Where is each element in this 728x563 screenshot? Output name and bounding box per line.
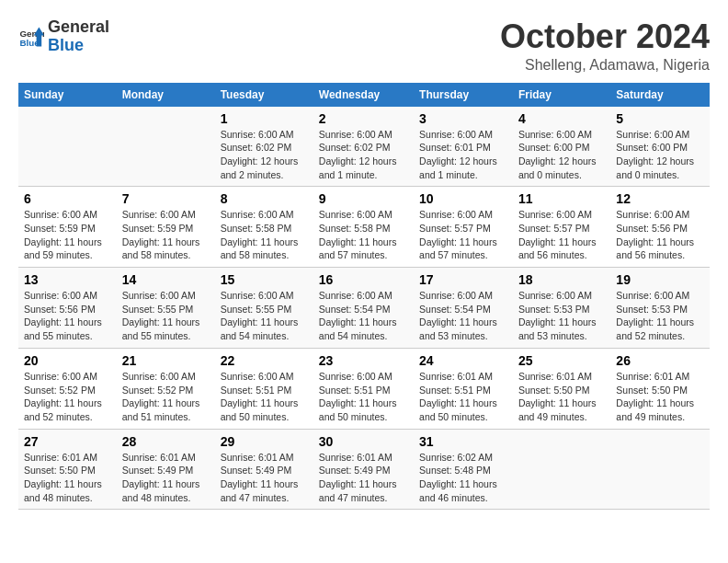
- calendar-cell: 21Sunrise: 6:00 AMSunset: 5:52 PMDayligh…: [117, 348, 215, 429]
- day-number: 21: [122, 353, 210, 368]
- calendar-cell: 8Sunrise: 6:00 AMSunset: 5:58 PMDaylight…: [215, 187, 313, 268]
- day-number: 12: [616, 191, 704, 206]
- logo-icon: General Blue: [18, 24, 44, 50]
- calendar-cell: 22Sunrise: 6:00 AMSunset: 5:51 PMDayligh…: [215, 348, 313, 429]
- calendar-cell: 7Sunrise: 6:00 AMSunset: 5:59 PMDaylight…: [117, 187, 215, 268]
- day-info: Sunrise: 6:00 AMSunset: 5:58 PMDaylight:…: [319, 208, 408, 262]
- calendar-cell: [117, 107, 215, 187]
- day-info: Sunrise: 6:00 AMSunset: 5:51 PMDaylight:…: [319, 370, 408, 424]
- col-header-monday: Monday: [117, 83, 215, 107]
- day-number: 4: [518, 111, 605, 126]
- day-info: Sunrise: 6:00 AMSunset: 5:59 PMDaylight:…: [24, 208, 111, 262]
- day-info: Sunrise: 6:00 AMSunset: 5:56 PMDaylight:…: [616, 208, 704, 262]
- day-info: Sunrise: 6:01 AMSunset: 5:51 PMDaylight:…: [419, 370, 507, 424]
- day-number: 13: [24, 272, 111, 287]
- calendar-cell: 9Sunrise: 6:00 AMSunset: 5:58 PMDaylight…: [313, 187, 414, 268]
- day-number: 24: [419, 353, 507, 368]
- calendar-cell: [513, 429, 610, 510]
- calendar-cell: 31Sunrise: 6:02 AMSunset: 5:48 PMDayligh…: [414, 429, 513, 510]
- day-info: Sunrise: 6:00 AMSunset: 5:55 PMDaylight:…: [122, 289, 210, 343]
- calendar-cell: [610, 429, 710, 510]
- logo-line2: Blue: [48, 36, 84, 54]
- calendar-cell: 19Sunrise: 6:00 AMSunset: 5:53 PMDayligh…: [610, 268, 710, 349]
- day-number: 10: [419, 191, 507, 206]
- calendar-cell: 30Sunrise: 6:01 AMSunset: 5:49 PMDayligh…: [313, 429, 414, 510]
- calendar-cell: 3Sunrise: 6:00 AMSunset: 6:01 PMDaylight…: [414, 107, 513, 187]
- calendar-cell: 11Sunrise: 6:00 AMSunset: 5:57 PMDayligh…: [513, 187, 610, 268]
- day-info: Sunrise: 6:00 AMSunset: 6:01 PMDaylight:…: [419, 128, 507, 182]
- col-header-wednesday: Wednesday: [313, 83, 414, 107]
- day-number: 18: [518, 272, 605, 287]
- day-info: Sunrise: 6:00 AMSunset: 6:02 PMDaylight:…: [221, 128, 308, 182]
- day-info: Sunrise: 6:01 AMSunset: 5:50 PMDaylight:…: [518, 370, 605, 424]
- day-number: 27: [24, 434, 111, 449]
- col-header-friday: Friday: [513, 83, 610, 107]
- day-info: Sunrise: 6:00 AMSunset: 5:56 PMDaylight:…: [24, 289, 111, 343]
- main-title: October 2024: [500, 18, 710, 55]
- col-header-saturday: Saturday: [610, 83, 710, 107]
- logo-line1: General: [48, 17, 109, 36]
- calendar-cell: 2Sunrise: 6:00 AMSunset: 6:02 PMDaylight…: [313, 107, 414, 187]
- calendar-cell: 10Sunrise: 6:00 AMSunset: 5:57 PMDayligh…: [414, 187, 513, 268]
- week-row-4: 20Sunrise: 6:00 AMSunset: 5:52 PMDayligh…: [18, 348, 710, 429]
- day-number: 20: [24, 353, 111, 368]
- calendar-cell: 17Sunrise: 6:00 AMSunset: 5:54 PMDayligh…: [414, 268, 513, 349]
- day-number: 28: [122, 434, 210, 449]
- day-info: Sunrise: 6:00 AMSunset: 5:59 PMDaylight:…: [122, 208, 210, 262]
- day-info: Sunrise: 6:00 AMSunset: 6:02 PMDaylight:…: [319, 128, 408, 182]
- calendar-cell: 18Sunrise: 6:00 AMSunset: 5:53 PMDayligh…: [513, 268, 610, 349]
- week-row-3: 13Sunrise: 6:00 AMSunset: 5:56 PMDayligh…: [18, 268, 710, 349]
- day-info: Sunrise: 6:00 AMSunset: 5:52 PMDaylight:…: [122, 370, 210, 424]
- calendar-cell: 15Sunrise: 6:00 AMSunset: 5:55 PMDayligh…: [215, 268, 313, 349]
- calendar-cell: 4Sunrise: 6:00 AMSunset: 6:00 PMDaylight…: [513, 107, 610, 187]
- calendar-cell: 26Sunrise: 6:01 AMSunset: 5:50 PMDayligh…: [610, 348, 710, 429]
- calendar-cell: 6Sunrise: 6:00 AMSunset: 5:59 PMDaylight…: [18, 187, 117, 268]
- day-number: 11: [518, 191, 605, 206]
- day-info: Sunrise: 6:00 AMSunset: 5:53 PMDaylight:…: [616, 289, 704, 343]
- header-row: SundayMondayTuesdayWednesdayThursdayFrid…: [18, 83, 710, 107]
- day-info: Sunrise: 6:00 AMSunset: 5:54 PMDaylight:…: [419, 289, 507, 343]
- day-info: Sunrise: 6:01 AMSunset: 5:49 PMDaylight:…: [319, 451, 408, 505]
- calendar-cell: 14Sunrise: 6:00 AMSunset: 5:55 PMDayligh…: [117, 268, 215, 349]
- day-number: 7: [122, 191, 210, 206]
- day-number: 23: [319, 353, 408, 368]
- day-info: Sunrise: 6:00 AMSunset: 5:52 PMDaylight:…: [24, 370, 111, 424]
- header: General Blue General Blue October 2024 S…: [18, 18, 710, 74]
- day-number: 5: [616, 111, 704, 126]
- day-info: Sunrise: 6:00 AMSunset: 6:00 PMDaylight:…: [518, 128, 605, 182]
- calendar-cell: 27Sunrise: 6:01 AMSunset: 5:50 PMDayligh…: [18, 429, 117, 510]
- logo: General Blue General Blue: [18, 18, 109, 55]
- day-info: Sunrise: 6:01 AMSunset: 5:49 PMDaylight:…: [122, 451, 210, 505]
- day-number: 14: [122, 272, 210, 287]
- calendar-cell: 29Sunrise: 6:01 AMSunset: 5:49 PMDayligh…: [215, 429, 313, 510]
- week-row-2: 6Sunrise: 6:00 AMSunset: 5:59 PMDaylight…: [18, 187, 710, 268]
- day-number: 6: [24, 191, 111, 206]
- day-info: Sunrise: 6:01 AMSunset: 5:50 PMDaylight:…: [24, 451, 111, 505]
- calendar-cell: 24Sunrise: 6:01 AMSunset: 5:51 PMDayligh…: [414, 348, 513, 429]
- day-number: 17: [419, 272, 507, 287]
- week-row-5: 27Sunrise: 6:01 AMSunset: 5:50 PMDayligh…: [18, 429, 710, 510]
- title-area: October 2024 Shelleng, Adamawa, Nigeria: [500, 18, 710, 74]
- day-info: Sunrise: 6:00 AMSunset: 5:55 PMDaylight:…: [221, 289, 308, 343]
- day-info: Sunrise: 6:00 AMSunset: 6:00 PMDaylight:…: [616, 128, 704, 182]
- day-number: 16: [319, 272, 408, 287]
- calendar-cell: 28Sunrise: 6:01 AMSunset: 5:49 PMDayligh…: [117, 429, 215, 510]
- day-number: 1: [221, 111, 308, 126]
- day-info: Sunrise: 6:01 AMSunset: 5:50 PMDaylight:…: [616, 370, 704, 424]
- day-number: 31: [419, 434, 507, 449]
- day-info: Sunrise: 6:00 AMSunset: 5:54 PMDaylight:…: [319, 289, 408, 343]
- day-number: 9: [319, 191, 408, 206]
- calendar-cell: 25Sunrise: 6:01 AMSunset: 5:50 PMDayligh…: [513, 348, 610, 429]
- week-row-1: 1Sunrise: 6:00 AMSunset: 6:02 PMDaylight…: [18, 107, 710, 187]
- day-info: Sunrise: 6:00 AMSunset: 5:57 PMDaylight:…: [518, 208, 605, 262]
- calendar-cell: 5Sunrise: 6:00 AMSunset: 6:00 PMDaylight…: [610, 107, 710, 187]
- day-number: 8: [221, 191, 308, 206]
- calendar-cell: [18, 107, 117, 187]
- day-info: Sunrise: 6:02 AMSunset: 5:48 PMDaylight:…: [419, 451, 507, 505]
- calendar-cell: 23Sunrise: 6:00 AMSunset: 5:51 PMDayligh…: [313, 348, 414, 429]
- col-header-thursday: Thursday: [414, 83, 513, 107]
- day-number: 26: [616, 353, 704, 368]
- day-info: Sunrise: 6:01 AMSunset: 5:49 PMDaylight:…: [221, 451, 308, 505]
- day-number: 29: [221, 434, 308, 449]
- calendar-table: SundayMondayTuesdayWednesdayThursdayFrid…: [18, 83, 710, 511]
